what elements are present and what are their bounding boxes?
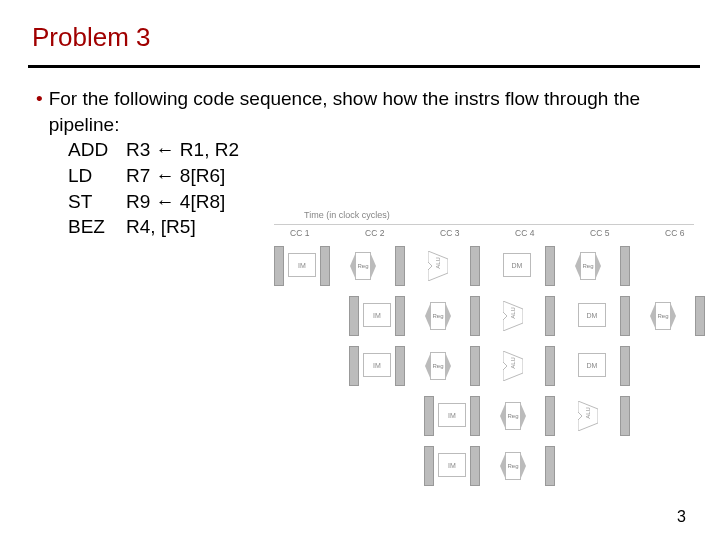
- page-number: 3: [677, 508, 686, 526]
- arrow-icon: ←: [156, 139, 175, 160]
- bullet-marker: •: [36, 86, 43, 137]
- stage-im: IM: [288, 253, 316, 277]
- cc-label: CC 4: [515, 228, 534, 238]
- stage-label: ALU: [435, 256, 441, 270]
- pipeline-latch: [545, 446, 555, 486]
- cc-label: CC 2: [365, 228, 384, 238]
- stage-reg: Reg: [350, 252, 376, 280]
- code-op: ADD: [68, 137, 126, 163]
- pipeline-latch: [424, 396, 434, 436]
- bullet-text: For the following code sequence, show ho…: [49, 86, 692, 137]
- code-line: LD R7 ← 8[R6]: [68, 163, 692, 189]
- arrow-icon: ←: [156, 165, 175, 186]
- pipeline-latch: [620, 246, 630, 286]
- pipeline-latch: [545, 296, 555, 336]
- stage-dm: DM: [578, 303, 606, 327]
- stage-im: IM: [363, 353, 391, 377]
- stage-alu: ALU: [503, 351, 523, 381]
- code-arg-pre: R7: [126, 165, 156, 186]
- stage-alu: ALU: [428, 251, 448, 281]
- code-arg-pre: R3: [126, 139, 156, 160]
- slide: Problem 3 • For the following code seque…: [0, 0, 720, 540]
- title-divider: [28, 65, 700, 68]
- cc-header-row: CC 1 CC 2 CC 3 CC 4 CC 5 CC 6: [260, 228, 710, 240]
- diagram-caption: Time (in clock cycles): [304, 210, 390, 220]
- stage-dm: DM: [578, 353, 606, 377]
- pipeline-latch: [470, 346, 480, 386]
- pipeline-latch: [320, 246, 330, 286]
- pipeline-latch: [545, 246, 555, 286]
- stage-reg: Reg: [425, 352, 451, 380]
- stage-reg: Reg: [575, 252, 601, 280]
- stage-reg: Reg: [500, 402, 526, 430]
- pipeline-latch: [274, 246, 284, 286]
- pipeline-latch: [349, 346, 359, 386]
- cc-label: CC 5: [590, 228, 609, 238]
- pipeline-latch: [470, 296, 480, 336]
- pipeline-latch: [395, 346, 405, 386]
- stage-alu: ALU: [578, 401, 598, 431]
- stage-im: IM: [438, 453, 466, 477]
- stage-reg: Reg: [425, 302, 451, 330]
- code-op: BEZ: [68, 214, 126, 240]
- stage-label: Reg: [580, 252, 596, 280]
- stage-alu: ALU: [503, 301, 523, 331]
- cc-label: CC 6: [665, 228, 684, 238]
- stage-label: ALU: [585, 406, 591, 420]
- pipeline-latch: [395, 296, 405, 336]
- stage-label: Reg: [430, 352, 446, 380]
- stage-label: ALU: [510, 306, 516, 320]
- code-line: ADD R3 ← R1, R2: [68, 137, 692, 163]
- stage-dm: DM: [503, 253, 531, 277]
- code-args: R4, [R5]: [126, 214, 196, 240]
- pipeline-latch: [470, 396, 480, 436]
- code-args: R3 ← R1, R2: [126, 137, 239, 163]
- slide-title: Problem 3: [32, 22, 692, 53]
- stage-label: Reg: [505, 452, 521, 480]
- stage-im: IM: [438, 403, 466, 427]
- cc-label: CC 1: [290, 228, 309, 238]
- stage-im: IM: [363, 303, 391, 327]
- bullet-item: • For the following code sequence, show …: [36, 86, 692, 137]
- stage-label: Reg: [505, 402, 521, 430]
- pipeline-latch: [620, 396, 630, 436]
- pipeline-latch: [545, 346, 555, 386]
- code-op: LD: [68, 163, 126, 189]
- pipeline-latch: [620, 296, 630, 336]
- code-arg-post: 4[R8]: [175, 191, 226, 212]
- stage-label: Reg: [430, 302, 446, 330]
- pipeline-latch: [349, 296, 359, 336]
- stage-reg: Reg: [650, 302, 676, 330]
- pipeline-latch: [545, 396, 555, 436]
- code-args: R7 ← 8[R6]: [126, 163, 225, 189]
- pipeline-latch: [470, 446, 480, 486]
- pipeline-latch: [620, 346, 630, 386]
- pipeline-latch: [424, 446, 434, 486]
- stage-label: ALU: [510, 356, 516, 370]
- pipeline-latch: [395, 246, 405, 286]
- code-arg-post: 8[R6]: [175, 165, 226, 186]
- arrow-icon: ←: [156, 191, 175, 212]
- stage-label: Reg: [355, 252, 371, 280]
- diagram-timeline: [274, 224, 694, 225]
- stage-label: Reg: [655, 302, 671, 330]
- code-arg-post: R1, R2: [175, 139, 239, 160]
- stage-reg: Reg: [500, 452, 526, 480]
- code-op: ST: [68, 189, 126, 215]
- pipeline-latch: [695, 296, 705, 336]
- cc-label: CC 3: [440, 228, 459, 238]
- pipeline-diagram: Time (in clock cycles) CC 1 CC 2 CC 3 CC…: [260, 210, 710, 500]
- code-args: R9 ← 4[R8]: [126, 189, 225, 215]
- pipeline-latch: [470, 246, 480, 286]
- code-arg-pre: R9: [126, 191, 156, 212]
